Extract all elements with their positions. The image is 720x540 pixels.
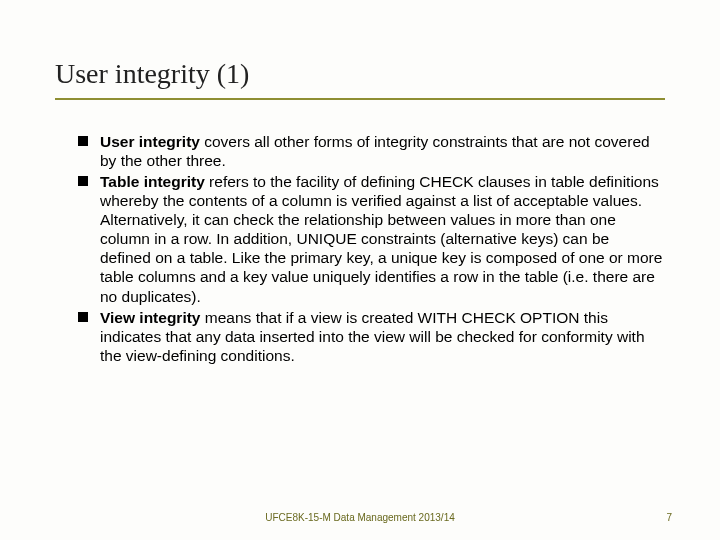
slide-title: User integrity (1) xyxy=(55,58,249,90)
bullet-text: refers to the facility of defining CHECK… xyxy=(100,173,662,304)
footer-page-number: 7 xyxy=(666,512,672,523)
footer-center-text: UFCE8K-15-M Data Management 2013/14 xyxy=(0,512,720,523)
list-item: User integrity covers all other forms of… xyxy=(78,132,663,170)
slide: User integrity (1) User integrity covers… xyxy=(0,0,720,540)
bullet-square-icon xyxy=(78,312,88,322)
bullet-square-icon xyxy=(78,136,88,146)
bullet-square-icon xyxy=(78,176,88,186)
slide-body: User integrity covers all other forms of… xyxy=(78,132,663,367)
bullet-list: User integrity covers all other forms of… xyxy=(78,132,663,365)
bullet-bold: Table integrity xyxy=(100,173,205,190)
list-item: Table integrity refers to the facility o… xyxy=(78,172,663,305)
bullet-bold: View integrity xyxy=(100,309,201,326)
bullet-bold: User integrity xyxy=(100,133,200,150)
list-item: View integrity means that if a view is c… xyxy=(78,308,663,365)
title-underline xyxy=(55,98,665,100)
